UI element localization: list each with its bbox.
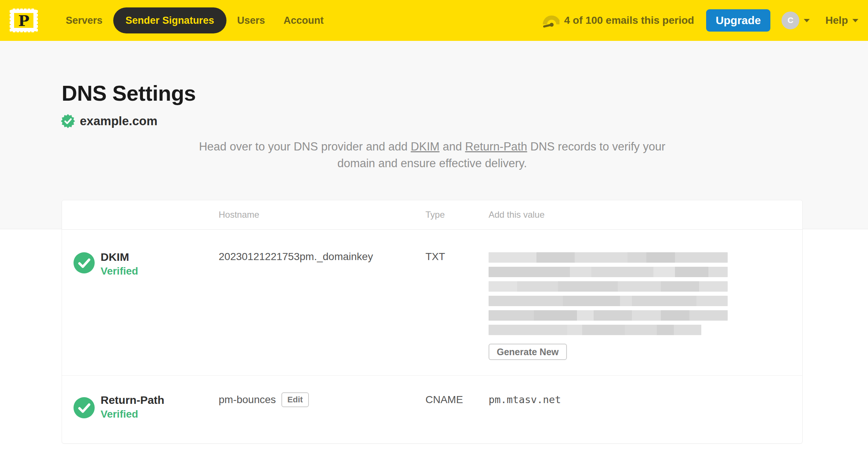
table-row-dkim: DKIM Verified 20230121221753pm._domainke… [62,230,802,376]
intro-part1: Head over to your DNS provider and add [199,140,411,153]
generate-new-button[interactable]: Generate New [489,344,567,360]
return-path-hostname: pm-bounces [219,394,276,406]
header-type: Type [425,210,489,220]
record-name: DKIM [101,251,138,263]
account-menu[interactable]: C [781,12,810,29]
redacted-value-line [489,267,728,277]
main-content: DNS Settings example.com Head over to yo… [0,82,868,444]
return-path-link[interactable]: Return-Path [465,140,527,153]
redacted-dns-value [489,252,802,335]
primary-nav: Servers Sender Signatures Users Account [58,7,332,33]
intro-part2: and [440,140,465,153]
chevron-down-icon [804,19,810,22]
usage-gauge-icon [542,13,559,28]
return-path-name-block: Return-Path Verified [101,394,164,420]
nav-item-servers[interactable]: Servers [58,7,110,33]
chevron-down-icon [852,19,858,22]
redacted-value-line [489,281,728,292]
redacted-value-line [489,252,728,263]
domain-name: example.com [80,114,157,128]
check-circle-icon [74,252,95,273]
redacted-value-line [489,310,728,321]
return-path-hostname-cell: pm-bounces Edit [219,394,425,443]
dkim-type: TXT [425,251,489,375]
avatar: C [781,12,799,29]
usage-text: 4 of 100 emails this period [564,14,694,26]
domain-row: example.com [61,114,868,128]
help-menu[interactable]: Help [825,14,858,26]
dkim-hostname: 20230121221753pm._domainkey [219,251,425,375]
status-badge: Verified [101,265,138,277]
dkim-link[interactable]: DKIM [411,140,440,153]
nav-item-account[interactable]: Account [276,7,332,33]
nav-item-users[interactable]: Users [229,7,273,33]
table-row-return-path: Return-Path Verified pm-bounces Edit CNA… [62,376,802,443]
top-navbar: P Servers Sender Signatures Users Accoun… [0,0,868,41]
postmark-stamp-logo-icon[interactable]: P [10,9,38,32]
page-title: DNS Settings [62,82,868,104]
nav-item-sender-signatures[interactable]: Sender Signatures [113,7,226,33]
dkim-status-cell: DKIM Verified [62,251,219,375]
redacted-value-line [489,325,701,335]
return-path-type: CNAME [425,394,489,443]
verified-seal-icon [61,114,75,128]
dkim-name-block: DKIM Verified [101,251,138,277]
svg-text:P: P [18,12,29,29]
check-circle-icon [74,397,95,418]
redacted-value-line [489,296,728,306]
usage-meter[interactable]: 4 of 100 emails this period [542,13,694,28]
header-add-this-value: Add this value [489,210,802,220]
help-label: Help [825,14,848,26]
header-hostname: Hostname [219,210,425,220]
status-badge: Verified [101,408,164,420]
intro-text: Head over to your DNS provider and add D… [191,138,673,172]
record-name: Return-Path [101,394,164,406]
return-path-value: pm.mtasv.net [489,394,802,443]
return-path-status-cell: Return-Path Verified [62,394,219,443]
dns-records-card: Hostname Type Add this value DKIM Verifi… [62,200,803,444]
dkim-value-cell: Generate New [489,251,802,375]
table-header-row: Hostname Type Add this value [62,200,802,230]
edit-button[interactable]: Edit [281,392,309,407]
upgrade-button[interactable]: Upgrade [706,9,771,32]
